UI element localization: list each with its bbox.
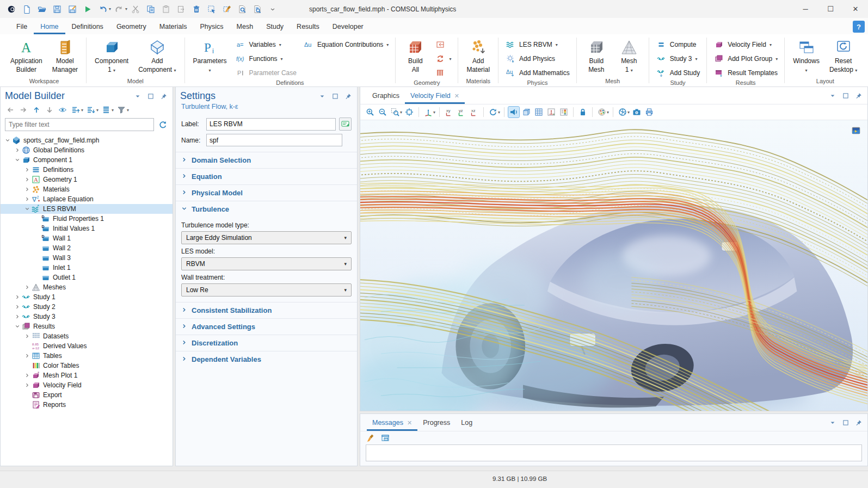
tree-node-outlet-1[interactable]: Outlet 1 (1, 273, 173, 282)
tree-node-export[interactable]: Export (1, 390, 173, 400)
section-header[interactable]: Physical Model (176, 185, 357, 201)
ribbon-tab-mesh[interactable]: Mesh (230, 20, 260, 34)
filter-funnel-dropdown-arrow[interactable]: ▾ (127, 108, 129, 113)
expand-all-icon[interactable] (70, 104, 81, 115)
orientation-icon[interactable] (423, 107, 434, 118)
tree-node-sports-car-flow-field-mph[interactable]: sports_car_flow_field.mph (1, 135, 173, 145)
rotate-dropdown-arrow[interactable]: ▾ (498, 110, 500, 115)
section-header[interactable]: Dependent Variables (176, 351, 357, 367)
redo-icon[interactable] (112, 2, 126, 16)
float-panel-icon[interactable] (146, 92, 155, 101)
open-message-window-icon[interactable] (380, 433, 391, 443)
section-header[interactable]: Turbulence (176, 201, 357, 217)
ribbon-tab-geometry[interactable]: Geometry (110, 20, 153, 34)
rotate-icon[interactable] (488, 107, 498, 118)
section-header[interactable]: Domain Selection (176, 152, 357, 168)
expand-arrow-icon[interactable] (23, 353, 31, 359)
tree-node-datasets[interactable]: Datasets (1, 331, 173, 341)
tree-node-wall-3[interactable]: Wall 3 (1, 253, 173, 263)
expand-arrow-icon[interactable] (23, 382, 31, 388)
panel-menu-icon[interactable] (828, 418, 837, 427)
build-mesh-button[interactable]: BuildMesh (581, 37, 612, 75)
expand-arrow-icon[interactable] (23, 177, 31, 182)
open-file-icon[interactable] (35, 2, 49, 16)
tree-node-laplace-equation[interactable]: ∇2Laplace Equation (1, 194, 173, 204)
environment-dropdown-arrow[interactable]: ▾ (627, 110, 630, 115)
pin-panel-icon[interactable] (344, 92, 353, 101)
lock-icon[interactable] (577, 107, 588, 118)
float-panel-icon[interactable] (841, 91, 850, 100)
ribbon-tab-definitions[interactable]: Definitions (65, 20, 110, 34)
tree-filter-input[interactable] (5, 118, 154, 131)
duplicate-icon[interactable] (174, 2, 188, 16)
find-results-icon[interactable] (250, 2, 264, 16)
section-header[interactable]: Equation (176, 169, 357, 184)
move-down-icon[interactable] (44, 104, 55, 115)
add-study-button[interactable]: Add Study (654, 67, 702, 79)
expand-arrow-icon[interactable] (14, 314, 21, 319)
filter-funnel-icon[interactable] (116, 104, 127, 115)
undo-icon[interactable] (96, 2, 110, 16)
les-model-dropdown[interactable]: RBVM▾ (181, 257, 352, 270)
tree-node-meshes[interactable]: Meshes (1, 282, 173, 292)
maximize-button[interactable]: ☐ (818, 0, 843, 18)
minimize-button[interactable]: ─ (793, 0, 818, 18)
result-templates-button[interactable]: Result Templates (711, 67, 780, 79)
close-tab-icon[interactable]: ✕ (454, 92, 459, 100)
add-physics-button[interactable]: Add Physics (503, 53, 572, 65)
tree-node-study-2[interactable]: Study 2 (1, 302, 173, 312)
paste-icon[interactable] (159, 2, 173, 16)
turbulence-model-type-dropdown[interactable]: Large Eddy Simulation▾ (181, 231, 352, 244)
transparency-icon[interactable] (521, 107, 532, 118)
parameter-case-button[interactable]: PParameter Case (233, 67, 299, 79)
close-tab-icon[interactable]: ✕ (407, 419, 412, 427)
clear-selection-icon[interactable] (220, 2, 234, 16)
tree-node-component-1[interactable]: Component 1 (1, 155, 173, 165)
close-button[interactable]: ✕ (843, 0, 868, 18)
panel-menu-icon[interactable] (828, 91, 837, 100)
equation-contributions-button[interactable]: ΔuEquation Contributions▾ (301, 39, 391, 51)
name-field-input[interactable] (206, 134, 342, 146)
tree-node-study-3[interactable]: Study 3 (1, 312, 173, 322)
reset-desktop-button[interactable]: ResetDesktop ▾ (826, 37, 861, 75)
move-up-icon[interactable] (31, 104, 42, 115)
plot-axes-icon[interactable] (546, 107, 557, 118)
add-mathematics-button[interactable]: ΔuAdd Mathematics (503, 67, 572, 79)
tree-node-wall-2[interactable]: Wall 2 (1, 243, 173, 253)
ribbon-tab-developer[interactable]: Developer (326, 20, 370, 34)
tab-progress[interactable]: Progress (417, 415, 455, 431)
expand-arrow-icon[interactable] (23, 285, 31, 290)
velocity-field-button[interactable]: Velocity Field▾ (711, 39, 780, 51)
tree-node-global-definitions[interactable]: Global Definitions (1, 145, 173, 155)
tree-node-results[interactable]: Results (1, 322, 173, 331)
functions-button[interactable]: f(x)Functions▾ (233, 53, 299, 65)
undo-dropdown-arrow[interactable]: ▾ (109, 7, 111, 11)
tab-messages[interactable]: Messages✕ (367, 415, 417, 431)
help-button[interactable]: ? (853, 21, 865, 33)
float-panel-icon[interactable] (331, 92, 340, 101)
refresh-icon[interactable] (157, 119, 168, 130)
section-header[interactable]: Advanced Settings (176, 319, 357, 335)
zoom-extents-icon[interactable] (404, 107, 415, 118)
tab-velocity-field[interactable]: Velocity Field✕ (405, 88, 465, 104)
tab-graphics[interactable]: Graphics (367, 88, 405, 104)
ribbon-tab-results[interactable]: Results (290, 20, 326, 34)
pin-panel-icon[interactable] (854, 418, 863, 427)
model-manager-button[interactable]: ModelManager (48, 37, 82, 75)
collapse-arrow-icon[interactable] (4, 138, 11, 143)
node-grouping-dropdown-arrow[interactable]: ▾ (112, 108, 114, 113)
tree-node-materials[interactable]: Materials (1, 184, 173, 194)
node-grouping-icon[interactable] (101, 104, 112, 115)
float-panel-icon[interactable] (841, 418, 850, 427)
tree-node-velocity-field[interactable]: Velocity Field (1, 380, 173, 390)
add-material-button[interactable]: AddMaterial (463, 37, 494, 75)
component-1-button[interactable]: Component1 ▾ (91, 37, 132, 75)
expand-arrow-icon[interactable] (23, 333, 31, 339)
zoom-in-icon[interactable] (365, 107, 375, 118)
tree-node-wall-1[interactable]: DWall 1 (1, 233, 173, 243)
tab-log[interactable]: Log (455, 415, 478, 431)
label-field-input[interactable] (206, 118, 336, 131)
save-as-icon[interactable] (65, 2, 79, 16)
tree-node-derived-values[interactable]: 8.85e-12Derived Values (1, 341, 173, 351)
delete-icon[interactable] (189, 2, 204, 16)
